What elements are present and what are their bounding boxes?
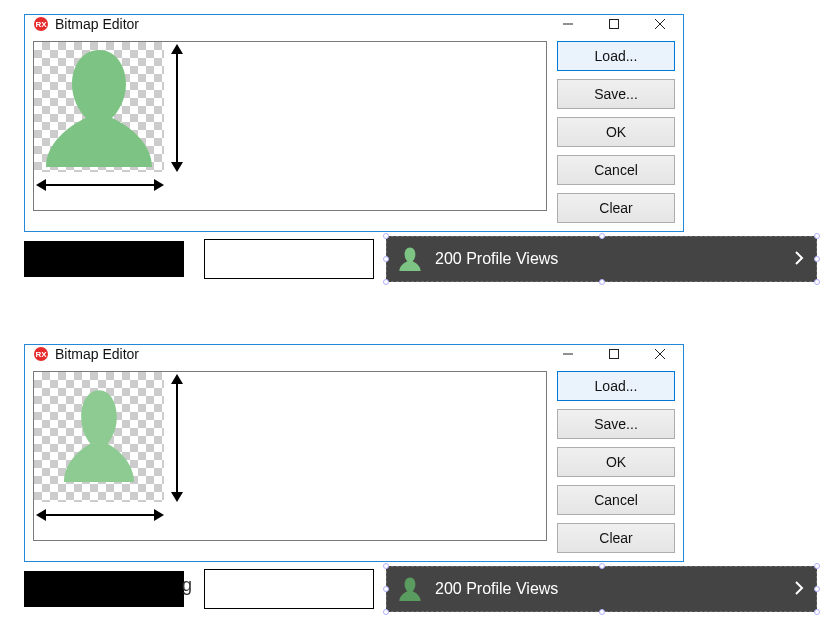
titlebar: RX Bitmap Editor bbox=[25, 345, 683, 363]
load-button[interactable]: Load... bbox=[557, 41, 675, 71]
clear-button[interactable]: Clear bbox=[557, 523, 675, 553]
ok-button[interactable]: OK bbox=[557, 117, 675, 147]
bitmap-editor-window: RX Bitmap Editor bbox=[24, 14, 684, 232]
horizontal-dimension-arrow bbox=[36, 176, 164, 197]
svg-rect-3 bbox=[610, 20, 619, 29]
result-row-bottom: g 200 Profile Views bbox=[24, 566, 829, 612]
minimize-button[interactable] bbox=[545, 345, 591, 363]
panel-text: 200 Profile Views bbox=[435, 580, 782, 598]
resize-handle[interactable] bbox=[814, 609, 820, 615]
window-title: Bitmap Editor bbox=[55, 346, 545, 362]
trailing-char: g bbox=[182, 575, 192, 596]
person-silhouette bbox=[56, 384, 142, 489]
cancel-button[interactable]: Cancel bbox=[557, 155, 675, 185]
person-icon bbox=[397, 576, 423, 602]
maximize-button[interactable] bbox=[591, 345, 637, 363]
profile-views-panel[interactable]: 200 Profile Views bbox=[386, 236, 817, 282]
chevron-right-icon bbox=[794, 251, 804, 268]
resize-handle[interactable] bbox=[383, 233, 389, 239]
person-icon bbox=[397, 246, 423, 272]
svg-text:RX: RX bbox=[35, 20, 47, 29]
resize-handle[interactable] bbox=[814, 563, 820, 569]
panel-text: 200 Profile Views bbox=[435, 250, 782, 268]
window-title: Bitmap Editor bbox=[55, 16, 545, 32]
resize-handle[interactable] bbox=[599, 609, 605, 615]
resize-handle[interactable] bbox=[599, 563, 605, 569]
resize-handle[interactable] bbox=[814, 233, 820, 239]
button-column: Load... Save... OK Cancel Clear bbox=[557, 41, 675, 223]
svg-rect-15 bbox=[610, 350, 619, 359]
resize-handle[interactable] bbox=[814, 586, 820, 592]
result-row-top: 200 Profile Views bbox=[24, 236, 829, 282]
cancel-button[interactable]: Cancel bbox=[557, 485, 675, 515]
vertical-dimension-arrow bbox=[168, 374, 186, 505]
bitmap-canvas[interactable] bbox=[33, 371, 547, 541]
window-controls bbox=[545, 345, 683, 363]
clear-button[interactable]: Clear bbox=[557, 193, 675, 223]
resize-handle[interactable] bbox=[383, 586, 389, 592]
svg-marker-8 bbox=[171, 162, 183, 172]
ok-button[interactable]: OK bbox=[557, 447, 675, 477]
resize-handle[interactable] bbox=[599, 279, 605, 285]
app-icon: RX bbox=[33, 346, 49, 362]
save-button[interactable]: Save... bbox=[557, 409, 675, 439]
resize-handle[interactable] bbox=[599, 233, 605, 239]
svg-marker-22 bbox=[36, 509, 46, 521]
profile-views-panel[interactable]: 200 Profile Views bbox=[386, 566, 817, 612]
resize-handle[interactable] bbox=[383, 279, 389, 285]
svg-marker-11 bbox=[154, 179, 164, 191]
svg-marker-23 bbox=[154, 509, 164, 521]
redacted-label bbox=[24, 241, 184, 277]
horizontal-dimension-arrow bbox=[36, 506, 164, 527]
svg-text:RX: RX bbox=[35, 350, 47, 359]
bitmap-editor-window: RX Bitmap Editor bbox=[24, 344, 684, 562]
empty-preview-slot bbox=[204, 239, 374, 279]
client-area: Load... Save... OK Cancel Clear bbox=[25, 33, 683, 231]
client-area: Load... Save... OK Cancel Clear bbox=[25, 363, 683, 561]
svg-marker-20 bbox=[171, 492, 183, 502]
maximize-button[interactable] bbox=[591, 15, 637, 33]
close-button[interactable] bbox=[637, 15, 683, 33]
resize-handle[interactable] bbox=[383, 256, 389, 262]
resize-handle[interactable] bbox=[383, 563, 389, 569]
load-button[interactable]: Load... bbox=[557, 371, 675, 401]
resize-handle[interactable] bbox=[814, 279, 820, 285]
person-silhouette bbox=[34, 42, 164, 175]
window-controls bbox=[545, 15, 683, 33]
empty-preview-slot bbox=[204, 569, 374, 609]
minimize-button[interactable] bbox=[545, 15, 591, 33]
app-icon: RX bbox=[33, 16, 49, 32]
svg-marker-19 bbox=[171, 374, 183, 384]
button-column: Load... Save... OK Cancel Clear bbox=[557, 371, 675, 553]
close-button[interactable] bbox=[637, 345, 683, 363]
redacted-label: g bbox=[24, 571, 184, 607]
bitmap-canvas[interactable] bbox=[33, 41, 547, 211]
vertical-dimension-arrow bbox=[168, 44, 186, 175]
svg-marker-10 bbox=[36, 179, 46, 191]
resize-handle[interactable] bbox=[383, 609, 389, 615]
resize-handle[interactable] bbox=[814, 256, 820, 262]
titlebar: RX Bitmap Editor bbox=[25, 15, 683, 33]
chevron-right-icon bbox=[794, 581, 804, 598]
save-button[interactable]: Save... bbox=[557, 79, 675, 109]
svg-marker-7 bbox=[171, 44, 183, 54]
